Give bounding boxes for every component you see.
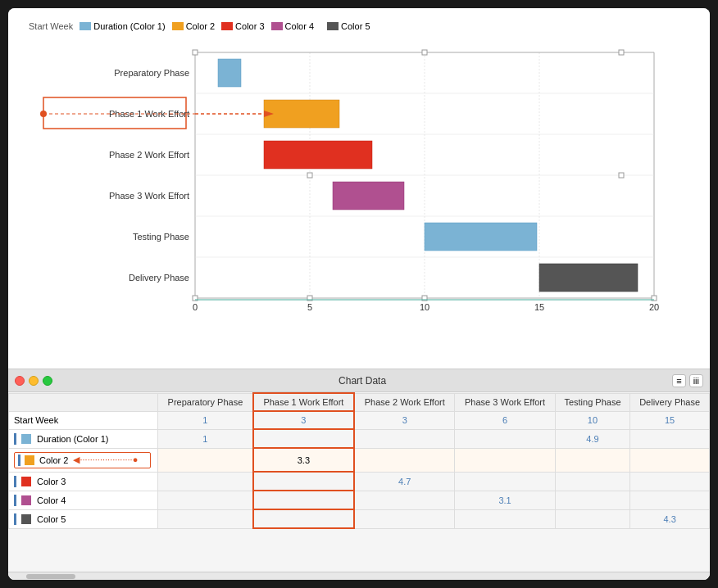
panel-titlebar: Chart Data ≡ iii <box>8 369 710 392</box>
cell-c2-phase3 <box>455 448 555 472</box>
data-table-wrapper[interactable]: Preparatory Phase Phase 1 Work Effort Ph… <box>8 392 710 572</box>
svg-text:Phase 2 Work Effort: Phase 2 Work Effort <box>109 150 189 160</box>
svg-text:Phase 3 Work Effort: Phase 3 Work Effort <box>109 191 189 201</box>
column-view-button[interactable]: iii <box>689 374 703 387</box>
svg-rect-16 <box>619 173 624 178</box>
cell-c5-phase2 <box>354 509 455 528</box>
cell-c5-testing <box>555 509 630 528</box>
cell-c3-testing <box>555 472 630 491</box>
cell-c4-phase2 <box>354 491 455 509</box>
svg-text:20: 20 <box>649 302 659 312</box>
cell-c1-phase2 <box>354 429 455 448</box>
svg-point-36 <box>40 111 47 117</box>
cell-c5-prep <box>158 509 253 528</box>
col-header-empty <box>9 393 158 411</box>
table-row-color2: Color 2 ◀·····················● 3.3 <box>9 448 710 472</box>
svg-text:15: 15 <box>534 302 544 312</box>
legend-color5: Color 5 <box>327 21 370 31</box>
table-header-row: Preparatory Phase Phase 1 Work Effort Ph… <box>9 393 710 411</box>
col-header-preparatory: Preparatory Phase <box>158 393 253 411</box>
cell-c4-phase3: 3.1 <box>455 491 555 509</box>
cell-c2-delivery <box>630 448 710 472</box>
cell-c1-phase1 <box>253 429 354 448</box>
gantt-chart: Preparatory Phase Phase 1 Work Effort Ph… <box>35 36 683 319</box>
col-header-delivery: Delivery Phase <box>630 393 710 411</box>
svg-rect-42 <box>539 264 638 292</box>
svg-rect-34 <box>264 100 339 128</box>
cell-c4-testing <box>555 491 630 509</box>
list-view-button[interactable]: ≡ <box>672 374 685 387</box>
svg-text:0: 0 <box>193 302 198 312</box>
col-header-phase2: Phase 2 Work Effort <box>354 393 455 411</box>
cell-c4-prep <box>158 491 253 509</box>
svg-text:Preparatory Phase: Preparatory Phase <box>114 68 189 78</box>
cell-c3-phase1 <box>253 472 354 491</box>
row-label-color3: Color 3 <box>9 472 158 491</box>
cell-c5-phase3 <box>455 509 555 528</box>
svg-rect-41 <box>425 223 537 251</box>
close-button[interactable] <box>15 376 25 386</box>
cell-c2-prep <box>158 448 253 472</box>
cell-c3-delivery <box>630 472 710 491</box>
cell-c4-delivery <box>630 491 710 509</box>
scrollbar-thumb[interactable] <box>26 574 75 579</box>
row-label-color2: Color 2 ◀·····················● <box>9 448 158 472</box>
col-header-phase3: Phase 3 Work Effort <box>455 393 555 411</box>
cell-c2-phase1: 3.3 <box>253 448 354 472</box>
row-label-color4: Color 4 <box>9 491 158 509</box>
svg-rect-39 <box>264 141 372 169</box>
svg-rect-15 <box>619 50 624 55</box>
svg-text:Testing Phase: Testing Phase <box>133 232 189 242</box>
cell-sw-phase3: 6 <box>455 411 555 429</box>
cell-c4-phase1 <box>253 491 354 509</box>
cell-c2-phase2 <box>354 448 455 472</box>
svg-rect-33 <box>218 59 241 87</box>
cell-sw-prep: 1 <box>158 411 253 429</box>
panel-title: Chart Data <box>339 375 386 387</box>
cell-sw-phase2: 3 <box>354 411 455 429</box>
table-row-color3: Color 3 4.7 <box>9 472 710 491</box>
cell-c3-prep <box>158 472 253 491</box>
cell-c1-prep: 1 <box>158 429 253 448</box>
cell-c1-delivery <box>630 429 710 448</box>
maximize-button[interactable] <box>43 376 52 386</box>
legend-color4: Color 4 <box>271 21 314 31</box>
svg-text:10: 10 <box>420 302 429 312</box>
main-window: Start Week Duration (Color 1) Color 2 Co… <box>8 8 710 580</box>
svg-text:Delivery Phase: Delivery Phase <box>129 273 189 283</box>
table-row-color1: Duration (Color 1) 1 4.9 <box>9 429 710 448</box>
row-label-color1: Duration (Color 1) <box>9 429 158 448</box>
svg-rect-40 <box>333 182 404 210</box>
svg-text:5: 5 <box>307 302 312 312</box>
col-header-testing: Testing Phase <box>555 393 630 411</box>
chart-legend: Start Week Duration (Color 1) Color 2 Co… <box>20 16 698 36</box>
col-header-phase1: Phase 1 Work Effort <box>253 393 354 411</box>
table-row-color5: Color 5 4.3 <box>9 509 710 528</box>
cell-c3-phase3 <box>455 472 555 491</box>
scrollbar[interactable] <box>8 572 710 580</box>
row-label-color5: Color 5 <box>9 509 158 528</box>
cell-c1-testing: 4.9 <box>555 429 630 448</box>
svg-rect-13 <box>307 173 312 178</box>
row-label-start-week: Start Week <box>9 411 158 429</box>
legend-color2: Color 2 <box>172 21 215 31</box>
bottom-panel: Chart Data ≡ iii Preparatory Phase Phase… <box>8 369 710 580</box>
cell-c5-delivery: 4.3 <box>630 509 710 528</box>
legend-start-week: Start Week <box>29 21 73 31</box>
cell-c5-phase1 <box>253 509 354 528</box>
panel-controls: ≡ iii <box>672 374 703 387</box>
cell-sw-phase1: 3 <box>253 411 354 429</box>
svg-rect-12 <box>193 50 198 55</box>
data-table: Preparatory Phase Phase 1 Work Effort Ph… <box>8 392 710 529</box>
cell-c1-phase3 <box>455 429 555 448</box>
table-row-color4: Color 4 3.1 <box>9 491 710 509</box>
legend-color3: Color 3 <box>221 21 264 31</box>
cell-sw-testing: 10 <box>555 411 630 429</box>
traffic-lights[interactable] <box>15 376 52 386</box>
chart-area: Start Week Duration (Color 1) Color 2 Co… <box>8 8 710 369</box>
cell-sw-delivery: 15 <box>630 411 710 429</box>
minimize-button[interactable] <box>29 376 39 386</box>
cell-c2-testing <box>555 448 630 472</box>
svg-rect-14 <box>422 50 427 55</box>
table-row-start-week: Start Week 1 3 3 6 10 15 <box>9 411 710 429</box>
